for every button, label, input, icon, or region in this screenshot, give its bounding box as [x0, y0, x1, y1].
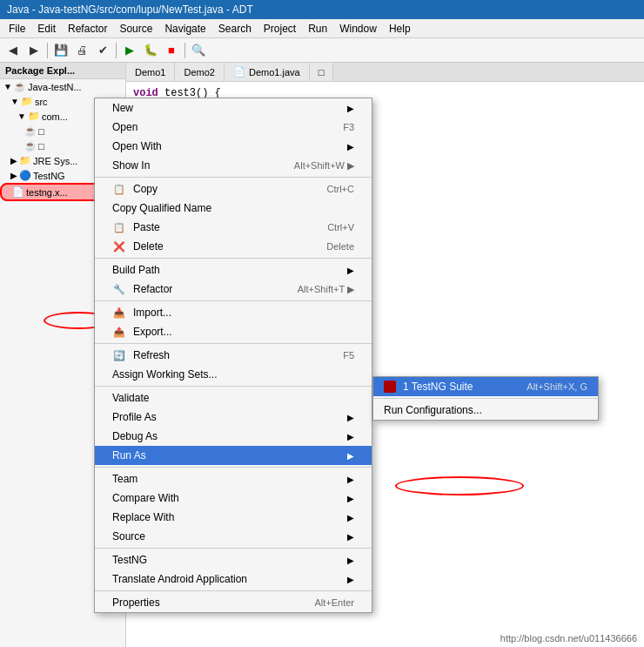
- title-bar: Java - Java-testNG/src/com/lupu/NewTest.…: [0, 0, 644, 19]
- ctx-export[interactable]: 📤 Export...: [95, 322, 372, 341]
- ctx-open[interactable]: Open F3: [95, 118, 372, 137]
- tree-label-com: com...: [42, 111, 68, 122]
- tree-label-java: Java-testN...: [28, 82, 82, 92]
- ctx-translate[interactable]: Translate Android Application ▶: [95, 569, 372, 589]
- toolbar-check[interactable]: ✔: [93, 41, 112, 60]
- ctx-sep-1: [95, 177, 372, 178]
- sub-testng-suite-label: 1 TestNG Suite: [403, 381, 473, 393]
- submenu-run-as: 1 TestNG Suite Alt+Shift+X, G Run Config…: [372, 376, 599, 421]
- ctx-refactor-shortcut: Alt+Shift+T ▶: [298, 284, 354, 295]
- menu-item-navigate[interactable]: Navigate: [159, 21, 211, 37]
- toolbar-run[interactable]: ▶: [120, 41, 139, 60]
- toolbar-stop[interactable]: ■: [162, 41, 181, 60]
- ctx-team[interactable]: Team ▶: [95, 469, 372, 489]
- sub-run-configurations[interactable]: Run Configurations...: [373, 401, 598, 420]
- ctx-team-label: Team: [112, 473, 138, 485]
- ctx-replace-with[interactable]: Replace With ▶: [95, 508, 372, 527]
- ctx-sep-5: [95, 386, 372, 387]
- toolbar-sep-2: [116, 43, 117, 58]
- toolbar-debug[interactable]: 🐛: [141, 41, 160, 60]
- expand-icon: ▼: [3, 82, 12, 91]
- ctx-show-in-shortcut: Alt+Shift+W ▶: [294, 160, 354, 172]
- ctx-import[interactable]: 📥 Import...: [95, 303, 372, 322]
- ctx-paste[interactable]: 📋 Paste Ctrl+V: [95, 218, 372, 237]
- context-menu: New ▶ Open F3 Open With ▶ Show In Alt+Sh…: [94, 98, 372, 613]
- tab-demo2[interactable]: Demo2: [175, 63, 224, 81]
- ctx-open-with-label: Open With: [112, 140, 162, 152]
- menu-item-edit[interactable]: Edit: [32, 21, 61, 37]
- ctx-new[interactable]: New ▶: [95, 98, 372, 118]
- toolbar-sep-1: [47, 43, 48, 58]
- ctx-source-arrow: ▶: [339, 532, 354, 542]
- menu-item-project[interactable]: Project: [258, 21, 301, 37]
- tab-demo2-label: Demo2: [184, 67, 214, 78]
- menu-item-refactor[interactable]: Refactor: [63, 21, 112, 37]
- sidebar-header: Package Expl...: [0, 63, 125, 79]
- ctx-sep-2: [95, 258, 372, 259]
- ctx-paste-shortcut: Ctrl+V: [327, 222, 354, 233]
- ctx-run-as[interactable]: Run As ▶: [95, 446, 372, 465]
- ctx-assign-working-sets[interactable]: Assign Working Sets...: [95, 365, 372, 384]
- ctx-replace-with-arrow: ▶: [339, 513, 354, 522]
- ctx-open-with-arrow: ▶: [339, 142, 354, 152]
- menu-item-source[interactable]: Source: [114, 21, 158, 37]
- tab-demo1java-label: Demo1.java: [249, 67, 300, 78]
- ctx-run-as-label: Run As: [112, 449, 146, 462]
- tab-demo1java[interactable]: 📄 Demo1.java: [225, 63, 310, 81]
- ctx-validate-label: Validate: [112, 392, 149, 404]
- menu-item-run[interactable]: Run: [303, 21, 332, 37]
- ctx-sep-8: [95, 590, 372, 591]
- toolbar-fwd[interactable]: ▶: [24, 41, 44, 60]
- ctx-copy-qualified-label: Copy Qualified Name: [112, 202, 211, 214]
- ctx-open-with[interactable]: Open With ▶: [95, 137, 372, 156]
- toolbar-back[interactable]: ◀: [3, 41, 23, 60]
- tree-label-file2: □: [38, 141, 44, 152]
- tab-demo1java-icon: 📄: [233, 66, 245, 78]
- ctx-source[interactable]: Source ▶: [95, 527, 372, 546]
- ctx-paste-label: Paste: [133, 221, 160, 233]
- ctx-testng[interactable]: TestNG ▶: [95, 550, 372, 569]
- sidebar-title: Package Expl...: [5, 65, 75, 76]
- ctx-refresh-label: Refresh: [133, 349, 170, 361]
- tree-label-testng: TestNG: [33, 171, 65, 181]
- ctx-build-path[interactable]: Build Path ▶: [95, 260, 372, 280]
- ctx-debug-as[interactable]: Debug As ▶: [95, 427, 372, 446]
- ctx-validate[interactable]: Validate: [95, 388, 372, 408]
- ctx-profile-as[interactable]: Profile As ▶: [95, 408, 372, 427]
- ctx-import-label: Import...: [133, 307, 171, 319]
- ctx-delete[interactable]: ❌ Delete Delete: [95, 237, 372, 256]
- menu-item-help[interactable]: Help: [384, 21, 416, 37]
- tab-demo1[interactable]: Demo1: [126, 63, 175, 81]
- ctx-copy[interactable]: 📋 Copy Ctrl+C: [95, 179, 372, 199]
- tree-item-java[interactable]: ▼ ☕ Java-testN...: [0, 79, 125, 94]
- tree-icon-java: ☕: [14, 81, 26, 92]
- ctx-build-path-label: Build Path: [112, 264, 160, 276]
- ctx-properties[interactable]: Properties Alt+Enter: [95, 593, 372, 612]
- tab-more-label: □: [319, 67, 325, 78]
- ctx-compare-with[interactable]: Compare With ▶: [95, 489, 372, 508]
- menu-item-file[interactable]: File: [3, 21, 30, 37]
- ctx-refresh[interactable]: 🔄 Refresh F5: [95, 346, 372, 365]
- menu-item-search[interactable]: Search: [213, 21, 257, 37]
- sub-sep-1: [373, 398, 598, 399]
- ctx-debug-as-arrow: ▶: [339, 432, 354, 441]
- ctx-refactor[interactable]: 🔧 Refactor Alt+Shift+T ▶: [95, 280, 372, 299]
- ctx-source-label: Source: [112, 530, 145, 543]
- tab-more[interactable]: □: [310, 63, 334, 81]
- sub-testng-suite[interactable]: 1 TestNG Suite Alt+Shift+X, G: [373, 377, 598, 396]
- ctx-delete-shortcut: Delete: [326, 241, 354, 252]
- ctx-translate-label: Translate Android Application: [112, 573, 247, 585]
- toolbar-print[interactable]: 🖨: [72, 41, 91, 60]
- ctx-copy-qualified[interactable]: Copy Qualified Name: [95, 199, 372, 218]
- ctx-testng-arrow: ▶: [339, 556, 354, 565]
- ctx-compare-with-arrow: ▶: [339, 494, 354, 503]
- ctx-delete-label: Delete: [133, 240, 164, 253]
- menu-item-window[interactable]: Window: [334, 21, 382, 37]
- ctx-refactor-label: Refactor: [133, 283, 172, 295]
- ctx-properties-shortcut: Alt+Enter: [314, 597, 354, 608]
- ctx-show-in[interactable]: Show In Alt+Shift+W ▶: [95, 156, 372, 175]
- toolbar-search[interactable]: 🔍: [189, 41, 208, 60]
- tree-label-file1: □: [38, 126, 44, 137]
- toolbar-save[interactable]: 💾: [51, 41, 70, 60]
- ctx-new-arrow: ▶: [339, 104, 354, 113]
